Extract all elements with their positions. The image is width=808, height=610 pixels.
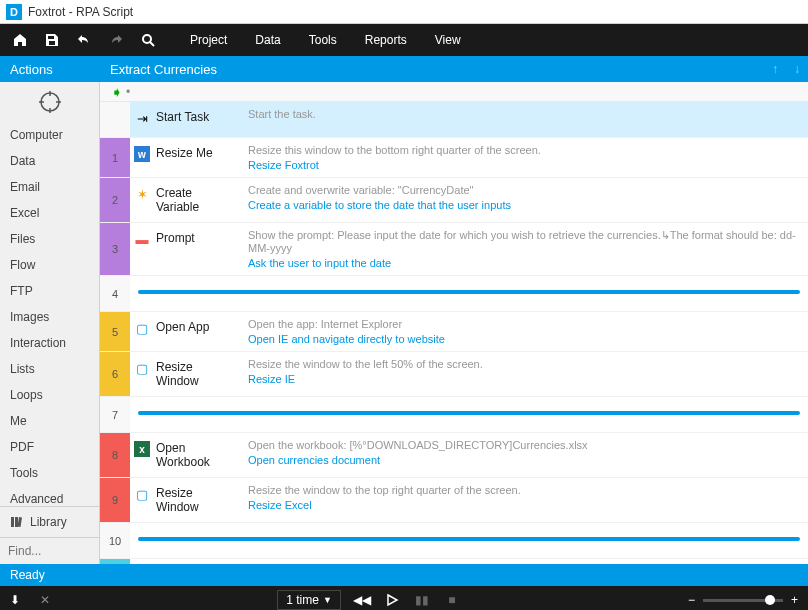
step-name: Resize Window (156, 360, 236, 388)
category-computer[interactable]: Computer (0, 122, 99, 148)
step-number: 8 (100, 433, 130, 477)
save-icon[interactable] (36, 24, 68, 56)
step-row[interactable]: 6▢Resize WindowResize the window to the … (100, 352, 808, 397)
window-title: Foxtrot - RPA Script (28, 5, 133, 19)
step-name: Open Workbook (156, 441, 236, 469)
close-icon[interactable]: ✕ (30, 586, 60, 610)
step-row[interactable]: ⇥Start TaskStart the task. (100, 102, 808, 138)
download-icon[interactable]: ⬇ (0, 586, 30, 610)
category-excel[interactable]: Excel (0, 200, 99, 226)
category-data[interactable]: Data (0, 148, 99, 174)
step-row[interactable]: 7 (100, 397, 808, 433)
player-bar: ⬇ ✕ 1 time ▼ ◀◀ ▮▮ ■ − + (0, 586, 808, 610)
category-loops[interactable]: Loops (0, 382, 99, 408)
step-description: Start the task. (248, 108, 800, 120)
category-flow[interactable]: Flow (0, 252, 99, 278)
undo-icon[interactable] (68, 24, 100, 56)
step-link[interactable]: Ask the user to input the date (248, 257, 800, 269)
search-icon[interactable] (132, 24, 164, 56)
play-icon[interactable] (377, 586, 407, 610)
redo-icon[interactable] (100, 24, 132, 56)
step-link[interactable]: Create a variable to store the date that… (248, 199, 800, 211)
step-description: Open the workbook: [%°DOWNLOADS_DIRECTOR… (248, 439, 800, 451)
step-icon: ✶ (134, 186, 150, 202)
step-number: 1 (100, 138, 130, 177)
menu-data[interactable]: Data (241, 24, 294, 56)
step-number: 6 (100, 352, 130, 396)
step-row[interactable]: 11⌕SearchSearch for and select: [?CInt([… (100, 559, 808, 564)
target-icon[interactable] (0, 82, 99, 122)
step-row[interactable]: 2✶Create VariableCreate and overwrite va… (100, 178, 808, 223)
down-icon[interactable]: ↓ (786, 62, 808, 76)
menu-reports[interactable]: Reports (351, 24, 421, 56)
menu-view[interactable]: View (421, 24, 475, 56)
plus-icon[interactable]: + (791, 593, 798, 607)
step-name: Prompt (156, 231, 195, 245)
rewind-icon[interactable]: ◀◀ (347, 586, 377, 610)
step-number: 7 (100, 397, 130, 432)
step-description: Resize the window to the top right quart… (248, 484, 800, 496)
step-name: Open App (156, 320, 209, 334)
category-tools[interactable]: Tools (0, 460, 99, 486)
repeat-selector[interactable]: 1 time ▼ (277, 590, 341, 610)
step-number: 3 (100, 223, 130, 275)
step-number: 11 (100, 559, 130, 564)
category-ftp[interactable]: FTP (0, 278, 99, 304)
start-arrow-icon[interactable]: ➧ (108, 84, 126, 100)
minus-icon[interactable]: − (688, 593, 695, 607)
script-header: Extract Currencies (100, 62, 764, 77)
category-files[interactable]: Files (0, 226, 99, 252)
stop-icon[interactable]: ■ (437, 586, 467, 610)
svg-point-0 (143, 35, 151, 43)
category-interaction[interactable]: Interaction (0, 330, 99, 356)
step-name: Resize Window (156, 486, 236, 514)
breakpoint-dot[interactable]: • (126, 85, 138, 99)
step-row[interactable]: 8xOpen WorkbookOpen the workbook: [%°DOW… (100, 433, 808, 478)
step-row[interactable]: 1wResize MeResize this window to the bot… (100, 138, 808, 178)
category-advanced[interactable]: Advanced (0, 486, 99, 506)
find-input[interactable] (8, 544, 91, 558)
main-toolbar: Project Data Tools Reports View (0, 24, 808, 56)
find-box (0, 537, 99, 564)
category-email[interactable]: Email (0, 174, 99, 200)
step-link[interactable]: Resize Excel (248, 499, 800, 511)
script-area: ➧ • ⇥Start TaskStart the task.1wResize M… (100, 82, 808, 564)
step-name: Create Variable (156, 186, 236, 214)
step-link[interactable]: Open IE and navigate directly to website (248, 333, 800, 345)
category-images[interactable]: Images (0, 304, 99, 330)
step-row[interactable]: 4 (100, 276, 808, 312)
step-description: Resize the window to the left 50% of the… (248, 358, 800, 370)
step-number: 4 (100, 276, 130, 311)
menu-tools[interactable]: Tools (295, 24, 351, 56)
step-row[interactable]: 10 (100, 523, 808, 559)
step-number: 10 (100, 523, 130, 558)
step-link[interactable]: Open currencies document (248, 454, 800, 466)
step-link[interactable]: Resize Foxtrot (248, 159, 800, 171)
step-name: Start Task (156, 110, 209, 124)
speed-slider[interactable] (703, 599, 783, 602)
step-icon: x (134, 441, 150, 457)
slider-thumb[interactable] (765, 595, 775, 605)
step-row[interactable]: 9▢Resize WindowResize the window to the … (100, 478, 808, 523)
step-row[interactable]: 5▢Open AppOpen the app: Internet Explore… (100, 312, 808, 352)
category-lists[interactable]: Lists (0, 356, 99, 382)
library-button[interactable]: Library (0, 506, 99, 537)
step-link[interactable]: Resize IE (248, 373, 800, 385)
status-bar: Ready (0, 564, 808, 586)
step-description: Create and overwrite variable: "Currency… (248, 184, 800, 196)
home-icon[interactable] (4, 24, 36, 56)
step-icon: ▢ (134, 360, 150, 376)
step-icon: ▢ (134, 320, 150, 336)
step-number: 9 (100, 478, 130, 522)
menu-project[interactable]: Project (176, 24, 241, 56)
step-icon: ▬ (134, 231, 150, 247)
separator (138, 411, 800, 415)
category-me[interactable]: Me (0, 408, 99, 434)
step-row[interactable]: 3▬PromptShow the prompt: Please input th… (100, 223, 808, 276)
actions-header: Actions (0, 62, 100, 77)
up-icon[interactable]: ↑ (764, 62, 786, 76)
step-number: 2 (100, 178, 130, 222)
category-pdf[interactable]: PDF (0, 434, 99, 460)
pause-icon[interactable]: ▮▮ (407, 586, 437, 610)
category-list: ComputerDataEmailExcelFilesFlowFTPImages… (0, 122, 99, 506)
